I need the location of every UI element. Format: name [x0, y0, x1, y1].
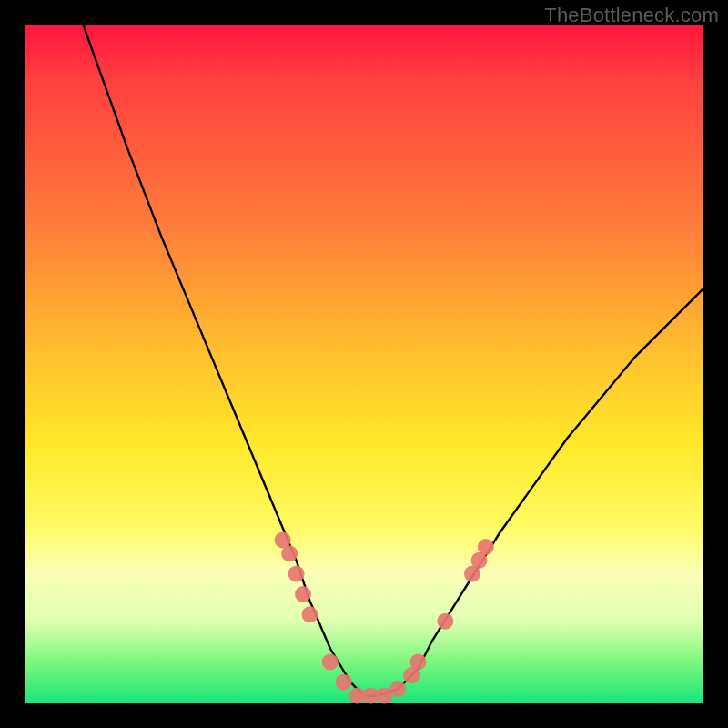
curve-marker — [410, 653, 427, 670]
watermark-text: TheBottleneck.com — [544, 4, 719, 27]
curve-marker — [322, 653, 339, 670]
curve-marker — [281, 545, 298, 561]
bottleneck-curve — [25, 0, 703, 696]
curve-marker — [288, 566, 305, 582]
chart-svg — [25, 25, 703, 703]
curve-marker — [295, 586, 311, 602]
curve-marker — [389, 681, 406, 697]
curve-marker — [437, 613, 453, 630]
curve-marker — [478, 539, 494, 555]
curve-marker — [302, 606, 318, 622]
curve-marker — [336, 674, 352, 691]
marker-group — [275, 531, 494, 703]
chart-frame: TheBottleneck.com — [0, 0, 728, 728]
